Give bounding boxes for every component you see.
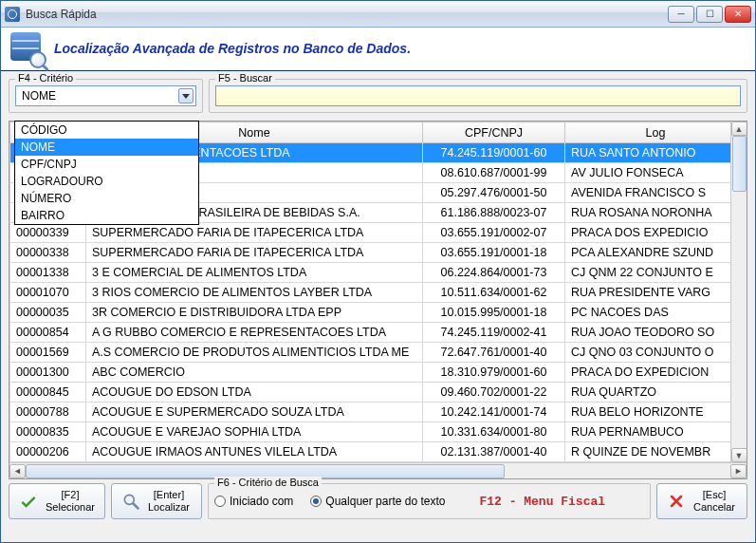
column-header-cpf[interactable]: CPF/CNPJ xyxy=(423,122,565,143)
table-row[interactable]: 000000353R COMERCIO E DISTRIBUIDORA LTDA… xyxy=(10,303,747,323)
scroll-up-icon[interactable]: ▲ xyxy=(731,122,747,136)
cell-cpf: 03.655.191/0001-18 xyxy=(423,243,565,263)
cancel-icon xyxy=(667,492,686,511)
cell-cpf: 74.245.119/0002-41 xyxy=(423,323,565,343)
cell-log: AVENIDA FRANCISCO S xyxy=(565,183,747,203)
cell-cpf: 10.331.634/0001-80 xyxy=(423,422,565,442)
scroll-left-icon[interactable]: ◄ xyxy=(9,464,26,478)
criteria-option[interactable]: CPF/CNPJ xyxy=(15,156,198,173)
cell-log: RUA QUARTZO xyxy=(565,383,747,403)
cell-log: RUA JOAO TEODORO SO xyxy=(565,323,747,343)
vertical-scrollbar[interactable]: ▲ ▼ xyxy=(730,122,747,462)
check-icon xyxy=(19,492,38,511)
cell-log: RUA ROSANA NORONHA xyxy=(565,203,747,223)
table-row[interactable]: 00000339 SUPERMERCADO FARIA DE ITAPECERI… xyxy=(10,223,747,243)
cancel-button-key: [Esc] xyxy=(693,489,735,501)
cell-nome: 3R COMERCIO E DISTRIBUIDORA LTDA EPP xyxy=(86,303,423,323)
cancel-button[interactable]: [Esc] Cancelar xyxy=(656,483,747,519)
cell-nome: ACOUGUE IRMAOS ANTUNES VILELA LTDA xyxy=(86,442,423,462)
maximize-button[interactable]: ☐ xyxy=(696,6,723,23)
horizontal-scrollbar[interactable]: ◄ ► xyxy=(9,462,747,478)
cell-nome: ACOUGUE DO EDSON LTDA xyxy=(86,383,423,403)
search-legend: F5 - Buscar xyxy=(215,72,275,84)
table-row[interactable]: 00001300ABC COMERCIO18.310.979/0001-60PR… xyxy=(10,363,747,383)
cell-codigo: 00001070 xyxy=(10,283,86,303)
cell-log: RUA SANTO ANTONIO xyxy=(565,143,747,163)
criteria-combo-value: NOME xyxy=(22,89,56,103)
cell-codigo: 00000835 xyxy=(10,422,86,442)
find-button-key: [Enter] xyxy=(148,489,190,501)
scroll-thumb-v[interactable] xyxy=(732,136,747,192)
find-button-label: Localizar xyxy=(148,501,190,514)
cell-log: RUA PERNAMBUCO xyxy=(565,422,747,442)
cell-log: R QUINZE DE NOVEMBR xyxy=(565,442,747,462)
cell-nome: SUPERMERCADO FARIA DE ITAPECERICA LTDA xyxy=(86,243,423,263)
table-row[interactable]: 000013383 E COMERCIAL DE ALIMENTOS LTDA0… xyxy=(10,263,747,283)
criteria-legend: F4 - Critério xyxy=(15,72,76,84)
select-button-label: Selecionar xyxy=(46,501,95,514)
radio-qualquer-parte[interactable]: Qualquer parte do texto xyxy=(310,495,445,508)
radio-iniciado-com[interactable]: Iniciado com xyxy=(214,495,293,508)
cell-log: PRACA DO EXPEDICION xyxy=(565,363,747,383)
column-header-log[interactable]: Log xyxy=(565,122,747,143)
cell-codigo: 00001569 xyxy=(10,343,86,363)
cell-cpf: 18.310.979/0001-60 xyxy=(423,363,565,383)
search-criteria-legend: F6 - Critério de Busca xyxy=(214,477,322,488)
scroll-right-icon[interactable]: ► xyxy=(730,464,747,478)
find-button[interactable]: [Enter] Localizar xyxy=(111,483,202,519)
menu-fiscal-label: F12 - Menu Fiscal xyxy=(479,495,605,509)
cell-log: CJ QNM 22 CONJUNTO E xyxy=(565,263,747,283)
select-button-key: [F2] xyxy=(46,489,95,501)
header-panel: Localização Avançada de Registros no Ban… xyxy=(1,28,755,71)
database-search-icon xyxy=(10,32,43,65)
criteria-option[interactable]: CÓDIGO xyxy=(15,122,198,139)
cell-log: RUA BELO HORIZONTE xyxy=(565,403,747,422)
table-row[interactable]: 00001569A.S COMERCIO DE PRODUTOS ALIMENT… xyxy=(10,343,747,363)
select-button[interactable]: [F2] Selecionar xyxy=(9,483,105,519)
cell-codigo: 00000854 xyxy=(10,323,86,343)
scroll-down-icon[interactable]: ▼ xyxy=(731,448,747,462)
cell-nome: A.S COMERCIO DE PRODUTOS ALIMENTICIOS LT… xyxy=(86,343,423,363)
cell-nome: A G RUBBO COMERCIO E REPRESENTACOES LTDA xyxy=(86,323,423,343)
svg-line-1 xyxy=(133,504,138,509)
cell-log: PRACA DOS EXPEDICIO xyxy=(565,223,747,243)
close-button[interactable]: ✕ xyxy=(725,6,751,23)
cell-cpf: 06.224.864/0001-73 xyxy=(423,263,565,283)
cell-cpf: 10.242.141/0001-74 xyxy=(423,403,565,422)
table-row[interactable]: 00000338 SUPERMERCADO FARIA DE ITAPECERI… xyxy=(10,243,747,263)
cell-cpf: 08.610.687/0001-99 xyxy=(423,163,565,183)
cell-log: PC NACOES DAS xyxy=(565,303,747,323)
cell-log: RUA PRESIDENTE VARG xyxy=(565,283,747,303)
table-row[interactable]: 00000854A G RUBBO COMERCIO E REPRESENTAC… xyxy=(10,323,747,343)
cell-nome: SUPERMERCADO FARIA DE ITAPECERICA LTDA xyxy=(86,223,423,243)
search-criteria-fieldset: F6 - Critério de Busca Iniciado com Qual… xyxy=(208,483,651,519)
cell-nome: ABC COMERCIO xyxy=(86,363,423,383)
cancel-button-label: Cancelar xyxy=(693,501,735,514)
criteria-combo[interactable]: NOME xyxy=(15,85,196,106)
cell-nome: 3 E COMERCIAL DE ALIMENTOS LTDA xyxy=(86,263,423,283)
criteria-option[interactable]: BAIRRO xyxy=(15,207,198,224)
table-row[interactable]: 00000206ACOUGUE IRMAOS ANTUNES VILELA LT… xyxy=(10,442,747,462)
cell-log: PCA ALEXANDRE SZUND xyxy=(565,243,747,263)
cell-log: CJ QNO 03 CONJUNTO O xyxy=(565,343,747,363)
minimize-button[interactable]: ─ xyxy=(668,6,694,23)
table-row[interactable]: 00000845ACOUGUE DO EDSON LTDA09.460.702/… xyxy=(10,383,747,403)
cell-cpf: 05.297.476/0001-50 xyxy=(423,183,565,203)
criteria-option[interactable]: NÚMERO xyxy=(15,190,198,207)
radio-iniciado-label: Iniciado com xyxy=(230,495,293,508)
criteria-fieldset: F4 - Critério NOME xyxy=(9,79,203,113)
cell-nome: 3 RIOS COMERCIO DE ALIMENTOS LAYBER LTDA xyxy=(86,283,423,303)
table-row[interactable]: 00000788ACOUGUE E SUPERMERCADO SOUZA LTD… xyxy=(10,403,747,422)
cell-cpf: 72.647.761/0001-40 xyxy=(423,343,565,363)
cell-cpf: 61.186.888/0023-07 xyxy=(423,203,565,223)
table-row[interactable]: 000010703 RIOS COMERCIO DE ALIMENTOS LAY… xyxy=(10,283,747,303)
cell-cpf: 02.131.387/0001-40 xyxy=(423,442,565,462)
criteria-option[interactable]: NOME xyxy=(15,139,198,156)
criteria-option[interactable]: LOGRADOURO xyxy=(15,173,198,190)
cell-codigo: 00000206 xyxy=(10,442,86,462)
table-row[interactable]: 00000835ACOUGUE E VAREJAO SOPHIA LTDA10.… xyxy=(10,422,747,442)
cell-cpf: 74.245.119/0001-60 xyxy=(423,143,565,163)
app-icon xyxy=(5,7,20,22)
search-input[interactable] xyxy=(215,85,741,106)
criteria-dropdown-list[interactable]: CÓDIGONOMECPF/CNPJLOGRADOURONÚMEROBAIRRO xyxy=(14,121,199,225)
